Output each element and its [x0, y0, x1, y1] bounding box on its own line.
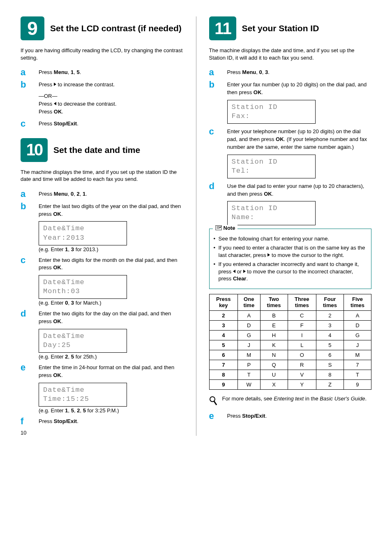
step-10-c: c Enter the two digits for the month on …	[21, 256, 183, 272]
lcd-line: Date&Time	[43, 386, 122, 395]
key-stop-exit: Stop/Exit	[54, 120, 77, 127]
key-clear: Clear	[233, 275, 247, 282]
text: to decrease the contrast.	[56, 101, 117, 107]
substep-letter: f	[21, 417, 32, 426]
text: .	[261, 89, 263, 95]
lcd-display: Date&TimeMonth:03	[39, 275, 127, 299]
table-cell: M	[238, 350, 260, 360]
lcd-line: Day:25	[43, 341, 122, 350]
table-row: 9WXYZ9	[209, 380, 371, 390]
lcd-display: Station IDName:	[227, 201, 316, 225]
text: .	[61, 372, 63, 378]
text: ,	[74, 69, 76, 75]
substep-letter: a	[209, 68, 221, 77]
text: ,	[68, 191, 71, 197]
table-cell: V	[288, 370, 316, 380]
substep-letter: c	[21, 256, 32, 265]
table-cell: 4	[209, 331, 238, 340]
lcd-line: Date&Time	[43, 278, 122, 287]
table-cell: K	[260, 340, 288, 350]
text: .	[62, 109, 63, 115]
table-cell: D	[238, 321, 260, 331]
example-text: (e.g. Enter 2, 5 for 25th.)	[39, 354, 183, 360]
text: .	[80, 69, 81, 75]
step-number-11: 11	[209, 16, 236, 40]
table-cell: N	[260, 350, 288, 360]
table-header: Threetimes	[288, 294, 316, 310]
key-ok: OK	[254, 89, 262, 95]
substep-letter: b	[21, 80, 32, 89]
key-stop-exit: Stop/Exit	[54, 418, 77, 424]
table-cell: 5	[316, 340, 344, 350]
table-cell: 2	[209, 311, 238, 321]
step-10-f: f Press Stop/Exit.	[21, 417, 183, 426]
step-11-d: d Use the dial pad to enter your name (u…	[209, 182, 372, 198]
step-11: 11 Set your Station ID The machine displ…	[209, 16, 372, 421]
note-icon	[215, 225, 222, 231]
svg-point-1	[210, 397, 215, 402]
table-cell: T	[238, 370, 260, 380]
table-cell: B	[260, 311, 288, 321]
table-header: Fourtimes	[316, 294, 344, 310]
table-cell: W	[238, 380, 260, 390]
lcd-line: Time:15:25	[43, 395, 122, 404]
step-9-c: c Press Stop/Exit.	[21, 119, 183, 128]
step-11-e: e Press Stop/Exit.	[209, 412, 372, 421]
page-number: 10	[21, 430, 26, 436]
table-cell: G	[344, 331, 371, 340]
table-cell: A	[238, 311, 260, 321]
substep-letter: b	[209, 80, 221, 89]
step-9: 9 Set the LCD contrast (if needed) If yo…	[21, 16, 183, 128]
lcd-line: Station ID	[232, 157, 311, 166]
table-cell: Z	[316, 380, 344, 390]
substep-letter: b	[21, 202, 32, 211]
table-cell: 7	[344, 360, 371, 370]
example-text: (e.g. Enter 1, 3 for 2013.)	[39, 246, 183, 252]
step-number-9: 9	[21, 16, 44, 40]
substep-letter: e	[209, 412, 221, 421]
table-row: 2ABC2A	[209, 311, 371, 321]
table-cell: 8	[316, 370, 344, 380]
text: ,	[256, 69, 259, 75]
table-header: Onetime	[238, 294, 260, 310]
magnifier-icon	[209, 396, 217, 406]
text: ,	[262, 69, 265, 75]
text: .	[77, 120, 78, 127]
step-10-intro: The machine displays the time, and if yo…	[21, 169, 183, 183]
substep-letter: d	[21, 309, 32, 318]
table-cell: F	[288, 321, 316, 331]
text: .	[61, 211, 63, 217]
text: .	[61, 264, 63, 271]
key-5: 5	[77, 69, 80, 75]
step-11-a: a Press Menu, 0, 3.	[209, 68, 372, 77]
lcd-line: Year:2013	[43, 234, 122, 243]
text: Press	[39, 69, 54, 75]
substep-letter: a	[21, 68, 32, 77]
text: to increase the contrast.	[56, 81, 115, 88]
table-cell: J	[238, 340, 260, 350]
key-ok: OK	[53, 211, 61, 217]
table-header: Presskey	[209, 294, 238, 310]
lcd-line: Date&Time	[43, 332, 122, 341]
text: .	[265, 413, 267, 419]
text: .	[365, 395, 367, 402]
table-cell: E	[260, 321, 288, 331]
key-menu: Menu	[54, 191, 68, 197]
step-number-10: 10	[21, 138, 48, 162]
table-cell: C	[288, 311, 316, 321]
key-ok: OK	[53, 318, 61, 324]
table-cell: M	[344, 350, 371, 360]
text: ,	[68, 69, 71, 75]
table-cell: 7	[209, 360, 238, 370]
table-row: 7PQRS7	[209, 360, 371, 370]
info-row: For more details, see Entering text in t…	[209, 395, 372, 406]
text: .	[77, 418, 78, 424]
note-item: If you entered a character incorrectly a…	[214, 261, 367, 282]
step-9-intro: If you are having difficulty reading the…	[21, 47, 183, 61]
substep-letter: e	[21, 363, 32, 372]
svg-line-2	[214, 401, 217, 405]
text: Press	[227, 69, 242, 75]
step-10-d: d Enter the two digits for the day on th…	[21, 309, 183, 326]
step-title-10: Set the date and time	[53, 145, 140, 155]
table-row: 4GHI4G	[209, 331, 371, 340]
